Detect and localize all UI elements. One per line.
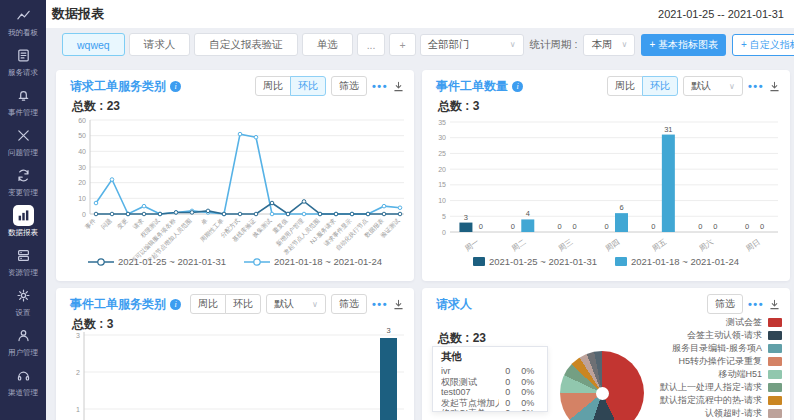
compare-toggle-周比[interactable]: 周比 [255, 76, 291, 96]
legend-label: 2021-01-25 ~ 2021-01-31 [489, 256, 597, 267]
svg-text:请求事件显示: 请求事件显示 [322, 217, 352, 247]
tooltip-value: 0 [505, 398, 519, 409]
sidebar-item-settings[interactable]: 设置 [0, 285, 46, 325]
tooltip-value: 0 [505, 377, 519, 388]
add-custom-chart-button[interactable]: + 自定义指标图表 [732, 34, 794, 56]
tab-add[interactable]: + [389, 33, 415, 56]
user-icon [13, 325, 34, 346]
svg-text:20: 20 [438, 166, 446, 173]
sidebar-item-label: 服务请求 [8, 68, 38, 78]
download-icon[interactable] [393, 81, 404, 92]
filter-button[interactable]: 筛选 [331, 76, 367, 96]
department-select[interactable]: 全部部门 ∨ [420, 34, 524, 56]
sidebar-item-change-management[interactable]: 变更管理 [0, 165, 46, 205]
tab-more[interactable]: ... [357, 33, 386, 56]
more-options-icon[interactable]: ••• [748, 299, 764, 309]
legend-label: 会签主动认领-请求 [687, 329, 762, 342]
sidebar-item-label: 问题管理 [8, 148, 38, 158]
sidebar-item-label: 渠道管理 [8, 388, 38, 398]
compare-toggle-周比[interactable]: 周比 [607, 76, 643, 96]
tab-single-select[interactable]: 单选 [302, 33, 353, 56]
tooltip-value: 0 [505, 408, 519, 412]
svg-text:周一: 周一 [463, 237, 481, 253]
pie-legend-item[interactable]: H5转办操作记录重复 [678, 355, 782, 368]
download-icon[interactable] [769, 81, 780, 92]
legend-item[interactable]: 2021-01-18 ~ 2021-01-24 [615, 256, 739, 267]
tooltip-value: 0 [505, 366, 519, 377]
legend-label: 2021-01-25 ~ 2021-01-31 [118, 256, 226, 267]
pie-legend-item[interactable]: 会签主动认领-请求 [687, 329, 782, 342]
compare-toggle-group: 周比环比 [190, 294, 261, 314]
department-select-value: 全部部门 [428, 38, 470, 52]
svg-text:35: 35 [438, 119, 446, 126]
sidebar-item-incident-management[interactable]: 事件管理 [0, 85, 46, 125]
tab-wqweq[interactable]: wqweq [62, 33, 125, 56]
server-icon [13, 245, 34, 266]
filter-button[interactable]: 筛选 [331, 294, 367, 314]
chart-style-select[interactable]: 默认∨ [266, 294, 326, 314]
svg-text:0: 0 [651, 222, 655, 231]
tab-requester[interactable]: 请求人 [129, 33, 191, 56]
svg-text:0: 0 [511, 222, 515, 231]
tooltip-percent: 0% [521, 408, 539, 412]
chevron-down-icon: ∨ [504, 40, 516, 49]
chart-style-select[interactable]: 默认∨ [683, 76, 743, 96]
add-basic-chart-button[interactable]: + 基本指标图表 [641, 34, 726, 56]
svg-text:3: 3 [464, 213, 468, 222]
sidebar-item-service-request[interactable]: 服务请求 [0, 45, 46, 85]
compare-toggle-环比[interactable]: 环比 [642, 76, 678, 96]
svg-text:5: 5 [442, 213, 446, 220]
svg-text:30: 30 [78, 164, 86, 171]
chart-legend: 2021-01-25 ~ 2021-01-312021-01-18 ~ 2021… [422, 256, 790, 267]
legend-item[interactable]: 2021-01-25 ~ 2021-01-31 [473, 256, 597, 267]
sidebar-item-user-management[interactable]: 用户管理 [0, 325, 46, 365]
pie-legend-item[interactable]: 测试会签 [726, 316, 782, 329]
compare-toggle-环比[interactable]: 环比 [225, 294, 261, 314]
legend-swatch [768, 383, 782, 392]
more-options-icon[interactable]: ••• [748, 81, 764, 91]
compare-toggle-环比[interactable]: 环比 [290, 76, 326, 96]
pie-legend-item[interactable]: 移动端H51 [718, 368, 782, 381]
sidebar-item-data-reports[interactable]: 数据报表 [0, 205, 46, 245]
period-select[interactable]: 本周 ∨ [583, 34, 635, 56]
pie-legend-item[interactable]: 默认上一处理人指定-请求 [660, 381, 782, 394]
more-options-icon[interactable]: ••• [372, 299, 388, 309]
pie-legend-item[interactable]: 认领超时-请求 [705, 407, 782, 420]
sidebar-item-channel-management[interactable]: 渠道管理 [0, 365, 46, 405]
date-range: 2021-01-25 -- 2021-01-31 [658, 8, 784, 20]
sidebar-item-my-dashboard[interactable]: 我的看板 [0, 5, 46, 45]
svg-text:0: 0 [604, 222, 608, 231]
panel-title: 请求人 [436, 296, 472, 313]
tab-custom-report-validation[interactable]: 自定义报表验证 [194, 33, 298, 56]
pie-legend-item[interactable]: 默认指定流程中的热-请求 [660, 394, 782, 407]
sidebar-item-problem-management[interactable]: 问题管理 [0, 125, 46, 165]
tooltip-name: 发起节点增加人员范围-... [441, 398, 499, 409]
button-label: 筛选 [339, 297, 359, 311]
more-options-icon[interactable]: ••• [372, 81, 388, 91]
sidebar-item-label: 我的看板 [8, 28, 38, 38]
filter-bar: wqweq请求人自定义报表验证单选...+ 全部部门 ∨ 统计周期 : 本周 ∨… [46, 33, 794, 56]
legend-item[interactable]: 2021-01-25 ~ 2021-01-31 [88, 256, 226, 267]
pie-legend-item[interactable]: 服务目录编辑-服务项A [672, 342, 782, 355]
compare-toggle-周比[interactable]: 周比 [190, 294, 226, 314]
filter-button[interactable]: 筛选 [707, 294, 743, 314]
svg-text:60: 60 [78, 117, 86, 124]
download-icon[interactable] [769, 299, 780, 310]
tools-icon [13, 125, 34, 146]
legend-item[interactable]: 2021-01-18 ~ 2021-01-24 [244, 256, 382, 267]
pie-tooltip: 其他ivr00%权限测试00%test00700%发起节点增加人员范围-...0… [432, 346, 548, 412]
period-select-value: 本周 [591, 38, 612, 52]
line-chart-icon [13, 5, 34, 26]
sidebar-item-resource-management[interactable]: 资源管理 [0, 245, 46, 285]
svg-text:20: 20 [78, 179, 86, 186]
legend-swatch [768, 396, 782, 405]
legend-label: 服务目录编辑-服务项A [672, 342, 762, 355]
tooltip-value: 0 [505, 387, 519, 398]
download-icon[interactable] [393, 299, 404, 310]
tooltip-row: test00700% [441, 387, 539, 398]
svg-text:50: 50 [78, 132, 86, 139]
legend-label: 2021-01-18 ~ 2021-01-24 [274, 256, 382, 267]
sidebar-item-label: 用户管理 [8, 348, 38, 358]
svg-text:10: 10 [438, 197, 446, 204]
legend-label: 移动端H51 [718, 368, 762, 381]
